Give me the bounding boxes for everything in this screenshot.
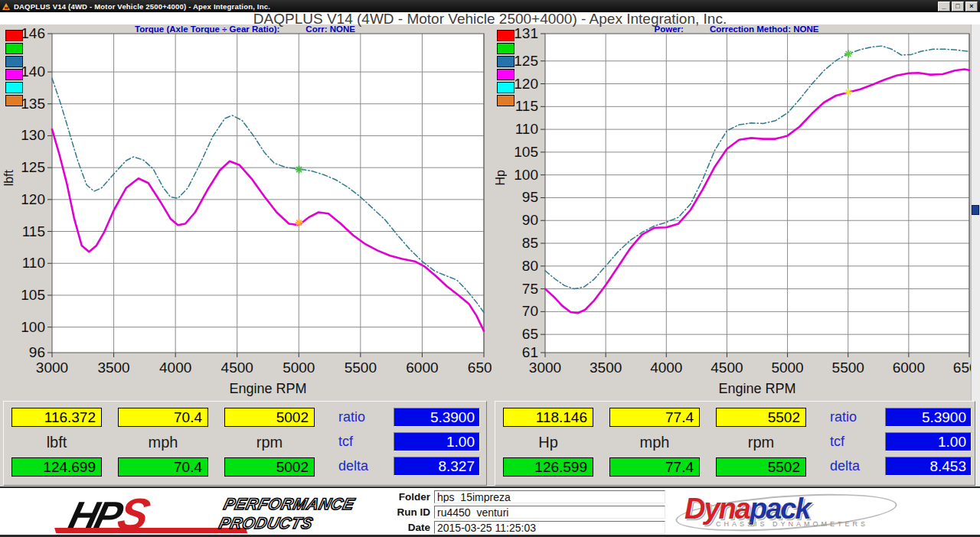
- speed-reference-value: 70.4: [118, 457, 208, 477]
- y-tick-label: 61: [522, 344, 538, 361]
- x-tick-label: 4000: [635, 360, 697, 376]
- y-tick-label: 96: [29, 344, 45, 361]
- x-tick-label: 5000: [268, 360, 329, 376]
- minimize-button[interactable]: _: [938, 2, 950, 11]
- delta-value: 8.327: [394, 457, 480, 476]
- app-icon: [2, 2, 11, 11]
- ratio-label: ratio: [338, 409, 365, 425]
- legend-swatch: [5, 82, 23, 93]
- heading-strip: DAQPLUS V14 (4WD - Motor Vehicle 2500+40…: [0, 12, 980, 24]
- legend-swatch: [497, 30, 514, 41]
- x-tick-label: 4500: [696, 360, 757, 376]
- torque-reference-value: 124.699: [11, 457, 102, 477]
- legend-swatch: [497, 43, 514, 54]
- x-tick-label: 3500: [575, 360, 636, 376]
- rpm-reference-value: 5002: [224, 457, 315, 477]
- y-tick-label: 115: [22, 223, 45, 240]
- x-tick-label: 6000: [391, 360, 452, 376]
- y-tick-label: 80: [522, 258, 538, 275]
- x-axis-title: Engine RPM: [545, 381, 969, 397]
- scrollbar-thumb[interactable]: [972, 205, 979, 215]
- page-title: DAQPLUS V14 (4WD - Motor Vehicle 2500+40…: [0, 12, 980, 25]
- y-axis-title: Hp: [494, 170, 508, 185]
- app-window: DAQPLUS V14 (4WD - Motor Vehicle 2500+40…: [0, 0, 980, 537]
- y-tick-label: 115: [515, 98, 538, 115]
- speed-reference-value: 77.4: [609, 457, 700, 477]
- tcf-label: tcf: [830, 434, 844, 450]
- plot-svg[interactable]: [52, 34, 484, 353]
- hps-logo-text: PERFORMANCE PRODUCTS: [217, 494, 357, 532]
- window-title: DAQPLUS V14 (4WD - Motor Vehicle 2500+40…: [14, 2, 270, 11]
- close-button[interactable]: ×: [965, 2, 978, 11]
- plot-svg[interactable]: [545, 34, 969, 353]
- run-id-field[interactable]: [434, 506, 665, 519]
- y-axis-title: lbft: [2, 170, 16, 186]
- y-tick-label: 100: [21, 319, 45, 336]
- rpm-cursor-value: 5502: [716, 408, 806, 427]
- legend-swatch: [497, 95, 514, 106]
- y-tick-label: 95: [522, 189, 538, 206]
- y-tick-label: 105: [21, 287, 45, 304]
- run-info-form: Folder Run ID Date: [383, 490, 674, 536]
- x-axis-title: Engine RPM: [52, 381, 484, 397]
- rpm-unit-label: rpm: [224, 434, 315, 451]
- rpm-unit-label: rpm: [716, 434, 806, 451]
- dynapack-logo: Dynapack CHASSIS DYNAMOMETERS: [674, 491, 903, 534]
- ratio-label: ratio: [830, 409, 857, 425]
- y-tick-label: 90: [522, 212, 538, 229]
- x-tick-label: 5500: [330, 360, 391, 376]
- legend-swatch: [497, 69, 514, 80]
- legend-swatch: [497, 82, 514, 93]
- power-chart-panel: Power: Correction Method: NONE Hp 131125…: [492, 24, 980, 399]
- torque-readout-panel: 116.372 70.4 5002 lbft mph rpm 124.699 7…: [3, 401, 487, 486]
- dynapack-subtitle: CHASSIS DYNAMOMETERS: [716, 520, 868, 528]
- power-readout-panel: 118.146 77.4 5502 Hp mph rpm 126.599 77.…: [495, 401, 975, 486]
- y-tick-label: 130: [21, 127, 45, 144]
- y-tick-label: 131: [514, 25, 538, 42]
- x-tick-label: 6000: [878, 360, 939, 376]
- ratio-value: 5.3900: [885, 408, 972, 427]
- y-tick-label: 110: [22, 255, 45, 272]
- date-label: Date: [383, 522, 430, 533]
- y-tick-label: 140: [21, 63, 45, 80]
- x-tick-label: 3000: [21, 360, 83, 376]
- hps-logo: HPS PERFORMANCE PRODUCTS: [50, 491, 344, 534]
- tcf-value: 1.00: [394, 432, 480, 451]
- legend-swatch: [5, 43, 23, 54]
- power-unit-label: Hp: [503, 434, 593, 451]
- footer: HPS PERFORMANCE PRODUCTS Folder Run ID D…: [0, 487, 980, 537]
- x-tick-label: 4500: [207, 360, 268, 376]
- y-tick-label: 120: [514, 76, 538, 93]
- x-tick-label: 5000: [757, 360, 818, 376]
- tcf-value: 1.00: [885, 432, 972, 451]
- torque-cursor-value: 116.372: [11, 408, 102, 427]
- y-tick-label: 85: [522, 235, 538, 252]
- ratio-value: 5.3900: [394, 408, 480, 427]
- delta-value: 8.453: [885, 457, 972, 476]
- speed-unit-label: mph: [118, 434, 208, 451]
- delta-label: delta: [830, 458, 860, 474]
- delta-label: delta: [338, 458, 368, 474]
- rpm-cursor-value: 5002: [224, 408, 315, 427]
- hps-products-text: PRODUCTS: [217, 513, 352, 532]
- power-reference-value: 126.599: [503, 457, 593, 477]
- y-tick-label: 75: [522, 281, 538, 298]
- y-tick-label: 125: [21, 159, 45, 176]
- y-tick-label: 70: [522, 303, 538, 320]
- y-tick-label: 105: [514, 144, 538, 161]
- restore-button[interactable]: □: [952, 2, 964, 11]
- date-field[interactable]: [434, 521, 665, 534]
- y-tick-label: 100: [514, 167, 538, 184]
- legend-swatches: [497, 30, 514, 106]
- torque-chart-panel: Torque (Axle Torque ÷ Gear Ratio): Corr:…: [0, 24, 490, 399]
- y-tick-label: 125: [514, 53, 538, 70]
- y-tick-label: 65: [522, 326, 538, 343]
- power-cursor-value: 118.146: [503, 408, 593, 427]
- speed-cursor-value: 77.4: [609, 408, 700, 427]
- x-tick-label: 3000: [514, 360, 576, 376]
- folder-field[interactable]: [434, 490, 665, 503]
- y-tick-label: 120: [21, 191, 45, 208]
- tcf-label: tcf: [338, 434, 353, 450]
- y-tick-label: 110: [515, 121, 538, 138]
- y-tick-label: 146: [21, 25, 45, 42]
